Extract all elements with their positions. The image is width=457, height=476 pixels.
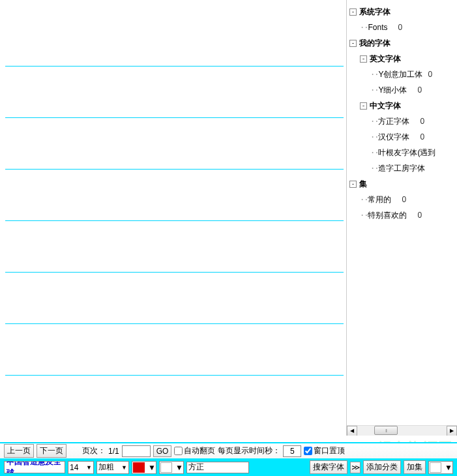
font-weight-select[interactable]: 加粗 ▼ [96,461,129,474]
font-size-value: 14 [70,463,78,472]
tree-node-cn3[interactable]: ·· 叶根友字体(遇到 [349,145,457,160]
divider [5,272,344,273]
tree-label: 我的字体 [359,38,391,49]
tree-count: 0 [420,132,424,141]
always-top-input[interactable] [304,447,312,455]
tree-connector: ·· [360,211,368,220]
tree-label: 叶根友字体(遇到 [378,147,435,158]
chevron-down-icon: ▼ [120,464,127,471]
font-tree-panel: - 系统字体 ·· Fonts 0 - 我的字体 - 英文字体 ·· Y创意加工… [346,0,457,436]
sample-text-box[interactable]: 中国智造慧及全球 [4,461,65,473]
always-top-checkbox[interactable]: 窗口置顶 [304,445,345,456]
tree-count: 0 [417,85,422,95]
page-value: 1/1 [108,447,119,456]
font-name-input[interactable] [186,462,249,473]
tree-node-fonts[interactable]: ·· Fonts 0 [349,20,457,35]
collapse-icon[interactable]: - [349,181,357,188]
tree-node-my-fonts[interactable]: - 我的字体 [349,35,457,51]
tree-node-en1[interactable]: ·· Y创意加工体 0 [349,67,457,82]
always-top-label: 窗口置顶 [314,445,345,456]
preview-area [0,0,346,436]
color-swatch-icon [133,462,145,473]
color-swatch-icon [430,462,441,473]
scroll-right-icon[interactable]: ▶ [447,426,457,436]
toolbar-row-2: 中国智造慧及全球 14 ▼ 加粗 ▼ ▼ ▼ 搜索字体 >> 添加分类 加集 ▼ [0,458,457,476]
interval-label: 每页显示时间秒： [218,445,280,456]
divider [5,117,344,118]
chevron-down-icon: ▼ [148,463,156,472]
page-label: 页次： [82,445,106,456]
tree-label: 英文字体 [370,53,401,65]
chevron-down-icon: ▼ [175,463,183,472]
text-color-select[interactable]: ▼ [132,461,156,474]
tree-label: 系统字体 [359,7,391,18]
tree-label: 常用的 [368,194,391,205]
tree-connector: ·· [370,85,378,95]
tree-label: 中文字体 [370,100,401,112]
tree-node-cn1[interactable]: ·· 方正字体 0 [349,113,457,129]
tree-label: 造字工房字体 [378,163,425,174]
tree-node-set1[interactable]: ·· 常用的 0 [349,192,457,207]
auto-page-label: 自动翻页 [184,445,215,456]
bg-color-select[interactable]: ▼ [159,461,184,474]
add-category-button[interactable]: 添加分类 [363,460,401,474]
scroll-left-icon[interactable]: ◀ [347,426,357,436]
page-input[interactable] [122,445,151,457]
go-button[interactable]: GO [153,445,172,457]
tree-connector: ·· [360,195,368,204]
tree-connector: ·· [370,164,378,173]
tree-node-system-fonts[interactable]: - 系统字体 [349,4,457,20]
divider [5,375,344,376]
auto-page-input[interactable] [174,447,183,455]
tree-count: 0 [417,211,422,220]
divider [5,66,344,67]
color-swatch-icon [160,462,172,473]
font-weight-value: 加粗 [98,462,114,473]
tree-connector: ·· [370,70,378,79]
tree-count: 0 [428,70,432,79]
footer-toolbar: 上一页 下一页 页次： 1/1 GO 自动翻页 每页显示时间秒： 窗口置顶 中国… [0,442,457,476]
chevron-down-icon: ▼ [85,464,92,471]
tree-count: 0 [398,23,402,32]
toolbar-row-1: 上一页 下一页 页次： 1/1 GO 自动翻页 每页显示时间秒： 窗口置顶 [0,442,457,458]
chevron-down-icon: ▼ [445,463,452,472]
tree-count: 0 [420,117,424,126]
add-set-button[interactable]: 加集 [404,460,426,474]
tree-connector: ·· [370,117,378,126]
tree-connector: ·· [360,23,368,32]
tree-label: 特别喜欢的 [368,210,407,221]
tree-label: 集 [359,179,367,190]
divider [5,220,344,221]
tree-label: 方正字体 [378,116,409,127]
tree-node-en2[interactable]: ·· Y细小体 0 [349,82,457,98]
interval-input[interactable] [283,445,301,457]
auto-page-checkbox[interactable]: 自动翻页 [174,445,215,456]
tree-connector: ·· [370,148,378,157]
collapse-icon[interactable]: - [349,8,357,16]
sample-text: 中国智造慧及全球 [7,461,63,473]
tree-node-cn4[interactable]: ·· 造字工房字体 [349,160,457,176]
tree-label: 汉仪字体 [378,132,409,143]
tree-connector: ·· [370,132,378,141]
collapse-icon[interactable]: - [349,40,357,47]
tree-label: Y创意加工体 [378,69,422,80]
scroll-track[interactable] [357,426,447,436]
tree-node-cn2[interactable]: ·· 汉仪字体 0 [349,129,457,145]
divider [5,169,344,170]
tree-node-set2[interactable]: ·· 特别喜欢的 0 [349,207,457,223]
next-page-button[interactable]: 下一页 [37,444,66,458]
panel-color-select[interactable]: ▼ [428,461,453,474]
prev-page-button[interactable]: 上一页 [4,444,34,458]
tree-node-chinese-fonts[interactable]: - 中文字体 [349,98,457,113]
expand-button[interactable]: >> [350,462,361,473]
tree-node-english-fonts[interactable]: - 英文字体 [349,51,457,67]
collapse-icon[interactable]: - [360,102,367,110]
search-font-button[interactable]: 搜索字体 [310,460,347,474]
scroll-thumb[interactable] [374,426,398,435]
horizontal-scrollbar[interactable]: ◀ ▶ [347,425,457,436]
collapse-icon[interactable]: - [360,55,367,63]
tree-count: 0 [402,195,406,204]
font-size-select[interactable]: 14 ▼ [68,461,94,474]
tree-node-sets[interactable]: - 集 [349,176,457,192]
tree-label: Y细小体 [378,85,407,96]
